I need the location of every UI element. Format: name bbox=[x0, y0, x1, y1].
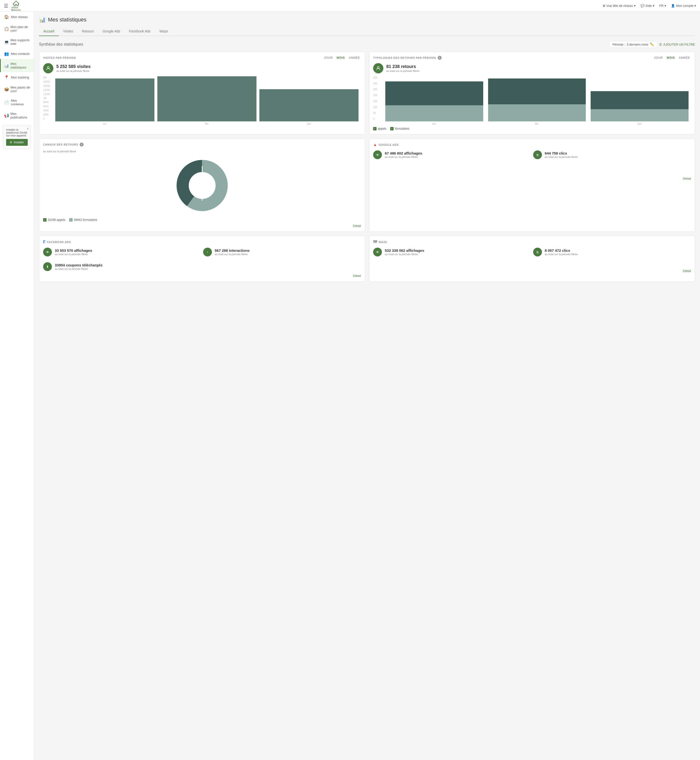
tab-visites[interactable]: Visites bbox=[59, 27, 77, 36]
sidebar-item-mes-contacts[interactable]: 👥Mes contacts bbox=[0, 49, 34, 59]
bar-juin-visites: juin bbox=[259, 76, 359, 125]
account-btn[interactable]: 👤 Mon compte ▾ bbox=[671, 4, 696, 8]
sidebar-label-mon-reseau: Mon réseau bbox=[11, 15, 28, 19]
sidebar-label-mes-statistiques: Mes statistiques bbox=[11, 62, 30, 69]
period-buttons-visites: Jour Mois Année bbox=[323, 56, 361, 60]
person-icon: 👤 bbox=[671, 4, 675, 8]
click-icon-google: 🖱 bbox=[533, 150, 542, 159]
sidebar-label-mes-supports-web: Mes supports web bbox=[11, 38, 30, 45]
info-icon-typologies[interactable]: i bbox=[438, 56, 442, 60]
vue-reseau-btn[interactable]: 🖥 Vue tête de réseau ▾ bbox=[602, 4, 636, 8]
waze-stats: 👁 532 338 062 affichages au total sur la… bbox=[373, 248, 691, 259]
donut-chart bbox=[175, 159, 229, 212]
lang-btn[interactable]: FR ▾ bbox=[659, 4, 666, 8]
eye-icon-google: 👁 bbox=[373, 150, 382, 159]
card-typologies: TYPOLOGIES DES RETOURS PAR PÉRIODE i Jou… bbox=[369, 52, 695, 135]
google-ads-stats: 👁 67 486 802 affichages au total sur la … bbox=[373, 150, 691, 162]
sidebar: 🏠Mon réseau📋Mon plan de com'💻Mes support… bbox=[0, 12, 34, 287]
page-title: Mes statistiques bbox=[48, 17, 86, 23]
logo-text: JoliesMaisons bbox=[11, 6, 21, 11]
y-axis-typo: 35K30K25K20K 15K10K5K0 bbox=[373, 76, 378, 120]
period-buttons-typologies: Jour Mois Année bbox=[653, 56, 691, 60]
card-google-ads: ▲ GOOGLE ADS 👁 67 486 802 affichages au … bbox=[369, 138, 695, 232]
top-nav: ☰ JoliesMaisons 🖥 Vue tête de réseau ▾ 💬… bbox=[0, 0, 700, 12]
donut-container bbox=[43, 155, 361, 216]
sidebar-label-mes-packs-com: Mes packs de com' bbox=[11, 86, 30, 93]
fb-interactions: ↑ 567 288 interactions au total sur la p… bbox=[203, 248, 361, 256]
visites-stat-info: 5 252 585 visites au total sur la périod… bbox=[56, 64, 91, 72]
card-facebook-ads-header: f FACEBOOK ADS bbox=[43, 240, 361, 244]
legend-formulaires-canaux: 48942 formulaires bbox=[69, 218, 97, 222]
stacked-fev bbox=[488, 78, 586, 121]
visites-chart: 2M1800K1600K1400K 1200K1M800K600K 400K20… bbox=[43, 76, 361, 125]
top-nav-left: ☰ JoliesMaisons bbox=[4, 0, 21, 11]
chevron-down-icon: ▾ bbox=[634, 4, 636, 8]
checkbox-formulaires[interactable] bbox=[390, 127, 394, 130]
period-btn-annee-typo[interactable]: Année bbox=[678, 56, 691, 60]
sidebar-item-mon-plan-com[interactable]: 📋Mon plan de com' bbox=[0, 22, 34, 35]
fb-affichages-label: au total sur la période filtrée bbox=[55, 253, 92, 256]
edit-icon[interactable]: ✏️ bbox=[650, 42, 654, 46]
menu-icon[interactable]: ☰ bbox=[4, 3, 8, 9]
checkbox-formulaires-canaux[interactable] bbox=[69, 218, 73, 222]
tab-waze[interactable]: Waze bbox=[155, 27, 172, 36]
tab-facebook-ads[interactable]: Facebook Ads bbox=[125, 27, 155, 36]
waze-affichages: 👁 532 338 062 affichages au total sur la… bbox=[373, 248, 531, 256]
click-icon-waze: 🖱 bbox=[533, 248, 542, 256]
svg-point-1 bbox=[47, 67, 49, 68]
bar-chart-visites: oct. fév. juin bbox=[53, 76, 361, 125]
sidebar-item-mes-supports-web[interactable]: 💻Mes supports web bbox=[0, 35, 34, 49]
filter-icon: ☰ bbox=[659, 43, 662, 46]
sidebar-label-mes-contacts: Mes contacts bbox=[11, 52, 30, 56]
sidebar-item-mes-packs-com[interactable]: 📦Mes packs de com' bbox=[0, 83, 34, 96]
sidebar-icon-mes-supports-web: 💻 bbox=[4, 40, 9, 44]
legend-appels-canaux: 32296 appels bbox=[43, 218, 65, 222]
period-btn-annee-visites[interactable]: Année bbox=[348, 56, 361, 60]
bars-typo: oct. fév. bbox=[383, 76, 691, 125]
period-btn-jour-visites[interactable]: Jour bbox=[323, 56, 334, 60]
sidebar-item-mes-contenus[interactable]: 📄Mes contenus bbox=[0, 96, 34, 109]
aide-btn[interactable]: 💬 Aide ▾ bbox=[641, 4, 655, 8]
close-icon[interactable]: × bbox=[27, 127, 29, 131]
google-affichages-info: 67 486 802 affichages au total sur la pé… bbox=[385, 151, 422, 158]
bar-visites-juin bbox=[259, 89, 359, 121]
period-badge[interactable]: Période : 3 derniers mois ✏️ bbox=[609, 41, 657, 48]
add-filter-button[interactable]: ☰ AJOUTER UN FILTRE bbox=[659, 43, 695, 46]
tab-retours[interactable]: Retours bbox=[77, 27, 98, 36]
waze-detail-link[interactable]: Détail bbox=[373, 269, 691, 273]
tab-google-ads[interactable]: Google Ads bbox=[98, 27, 125, 36]
info-icon-canaux[interactable]: i bbox=[80, 143, 84, 146]
bar-light-oct bbox=[385, 105, 483, 121]
period-btn-mois-visites[interactable]: Mois bbox=[336, 56, 346, 60]
coupon-icon-fb: ⬇ bbox=[43, 262, 52, 271]
fb-interactions-value: 567 288 interactions bbox=[215, 248, 250, 252]
sidebar-item-mon-tracking[interactable]: 📍Mon tracking bbox=[0, 72, 34, 83]
top-nav-right: 🖥 Vue tête de réseau ▾ 💬 Aide ▾ FR ▾ 👤 M… bbox=[602, 4, 696, 8]
tab-accueil[interactable]: Accueil bbox=[39, 27, 59, 36]
bar-chart-icon: 📊 bbox=[39, 17, 45, 23]
canaux-detail-link[interactable]: Détail bbox=[43, 224, 361, 228]
visites-value: 5 252 585 visites bbox=[56, 64, 91, 69]
bar-visites-oct bbox=[55, 78, 155, 121]
period-btn-jour-typo[interactable]: Jour bbox=[653, 56, 664, 60]
period-control: Période : 3 derniers mois ✏️ ☰ AJOUTER U… bbox=[609, 41, 695, 48]
install-button[interactable]: ⬇ Installer bbox=[6, 139, 28, 146]
google-ads-detail-link[interactable]: Détail bbox=[373, 177, 691, 180]
bar-chart-typo: oct. fév. bbox=[383, 76, 691, 125]
stats-grid: VISITES PAR PÉRIODE Jour Mois Année 5 25… bbox=[39, 52, 695, 282]
bar-light-fev bbox=[488, 104, 586, 121]
chevron-down-icon-aide: ▾ bbox=[653, 4, 655, 8]
bar-dark-juin bbox=[591, 91, 689, 109]
visites-total-row: 5 252 585 visites au total sur la périod… bbox=[43, 63, 361, 74]
facebook-ads-stats: 👁 33 503 570 affichages au total sur la … bbox=[43, 248, 361, 259]
sidebar-item-mes-publications[interactable]: 📢Mes publications bbox=[0, 109, 34, 122]
card-visites: VISITES PAR PÉRIODE Jour Mois Année 5 25… bbox=[39, 52, 365, 135]
checkbox-appels[interactable] bbox=[373, 127, 377, 130]
sidebar-item-mes-statistiques[interactable]: 📊Mes statistiques bbox=[0, 59, 34, 72]
checkbox-appels-canaux[interactable] bbox=[43, 218, 47, 222]
period-btn-mois-typo[interactable]: Mois bbox=[666, 56, 676, 60]
facebook-ads-detail-link[interactable]: Détail bbox=[43, 274, 361, 277]
download-icon: ⬇ bbox=[10, 141, 12, 144]
svg-marker-0 bbox=[13, 1, 19, 6]
sidebar-item-mon-reseau[interactable]: 🏠Mon réseau bbox=[0, 12, 34, 22]
